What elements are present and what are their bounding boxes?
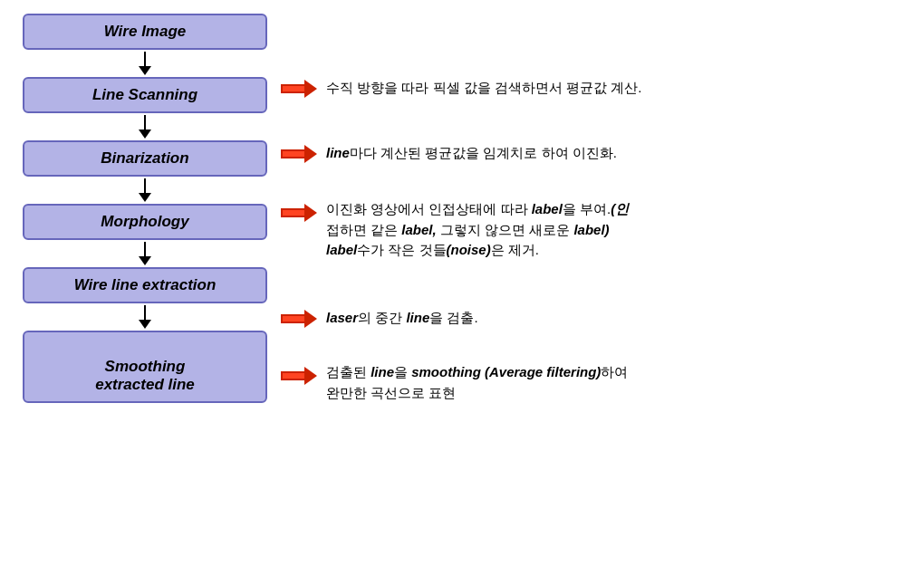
line-scanning-text: 수직 방향을 따라 픽셀 값을 검색하면서 평균값 계산. (326, 80, 641, 95)
wire-line-entry: laser의 중간 line을 검출. (281, 299, 478, 337)
svg-rect-5 (283, 151, 304, 157)
arrow-line-5 (144, 305, 146, 320)
smoothing-arrow (281, 365, 317, 387)
svg-marker-1 (304, 80, 317, 98)
line-scanning-description: 수직 방향을 따라 픽셀 값을 검색하면서 평균값 계산. (326, 78, 641, 99)
svg-marker-4 (304, 145, 317, 163)
binarization-description: line마다 계산된 평균값을 임계치로 하여 이진화. (326, 143, 617, 164)
line-scanning-arrow (281, 78, 317, 100)
morphology-description: 이진화 영상에서 인접상태에 따라 label을 부여.(인 접하면 같은 la… (326, 199, 629, 261)
morphology-line2: 접하면 같은 label, 그렇지 않으면 새로운 label) (326, 222, 610, 237)
arrow-line-1 (144, 52, 146, 66)
wire-line-extraction-label: Wire line extraction (74, 276, 217, 293)
arrow-2 (139, 115, 151, 139)
svg-rect-2 (283, 86, 304, 91)
morphology-line3: label수가 작은 것들(noise)은 제거. (326, 242, 539, 257)
morphology-line1: 이진화 영상에서 인접상태에 따라 label을 부여.(인 (326, 201, 629, 216)
binarization-label: Binarization (101, 149, 188, 167)
binarization-box: Binarization (23, 140, 267, 177)
svg-marker-7 (304, 204, 317, 222)
arrow-line-2 (144, 115, 146, 130)
wire-line-extraction-box: Wire line extraction (23, 267, 267, 303)
arrow-4 (139, 242, 151, 265)
left-column: Wire Image Line Scanning Binarization Mo… (9, 9, 281, 403)
arrow-triangle-2 (139, 130, 151, 139)
laser-keyword: laser (326, 310, 358, 325)
wire-line-description: laser의 중간 line을 검출. (326, 308, 478, 329)
arrow-triangle-4 (139, 256, 151, 265)
smoothing-line2: 완만한 곡선으로 표현 (326, 385, 456, 400)
binarization-keyword: line (326, 145, 350, 160)
smoothing-description: 검출된 line을 smoothing (Average filtering)하… (326, 362, 628, 403)
arrow-triangle-3 (139, 193, 151, 202)
line-scanning-box: Line Scanning (23, 77, 267, 113)
wire-image-label: Wire Image (104, 23, 187, 40)
binarization-arrow (281, 143, 317, 165)
line-keyword: line (406, 310, 429, 325)
wire-line-mid: 의 중간 (358, 310, 406, 325)
line-scanning-entry: 수직 방향을 따라 픽셀 값을 검색하면서 평균값 계산. (281, 69, 641, 107)
right-column: 수직 방향을 따라 픽셀 값을 검색하면서 평균값 계산. line마다 계산된… (281, 9, 915, 417)
wire-line-arrow (281, 308, 317, 330)
arrow-line-4 (144, 242, 146, 256)
svg-rect-8 (283, 210, 304, 216)
morphology-label: Morphology (101, 213, 188, 230)
arrow-1 (139, 52, 151, 75)
svg-rect-14 (283, 373, 304, 379)
arrow-triangle-5 (139, 320, 151, 329)
svg-marker-13 (304, 367, 317, 385)
morphology-arrow (281, 202, 317, 224)
svg-rect-11 (283, 316, 304, 322)
binarization-entry: line마다 계산된 평균값을 임계치로 하여 이진화. (281, 134, 617, 172)
wire-image-box: Wire Image (23, 14, 267, 50)
arrow-triangle-1 (139, 66, 151, 75)
arrow-line-3 (144, 178, 146, 193)
arrow-3 (139, 178, 151, 202)
smoothing-entry: 검출된 line을 smoothing (Average filtering)하… (281, 362, 628, 417)
flowchart: Wire Image Line Scanning Binarization Mo… (9, 9, 915, 567)
morphology-entry: 이진화 영상에서 인접상태에 따라 label을 부여.(인 접하면 같은 la… (281, 199, 629, 281)
smoothing-line1: 검출된 line을 smoothing (Average filtering)하… (326, 364, 628, 379)
binarization-text: 마다 계산된 평균값을 임계치로 하여 이진화. (350, 145, 617, 160)
svg-marker-10 (304, 310, 317, 328)
smoothing-box: Smoothingextracted line (23, 331, 267, 403)
morphology-box: Morphology (23, 204, 267, 240)
wire-line-end: 을 검출. (429, 310, 477, 325)
smoothing-label: Smoothingextracted line (95, 358, 195, 393)
arrow-5 (139, 305, 151, 329)
line-scanning-label: Line Scanning (92, 86, 197, 103)
